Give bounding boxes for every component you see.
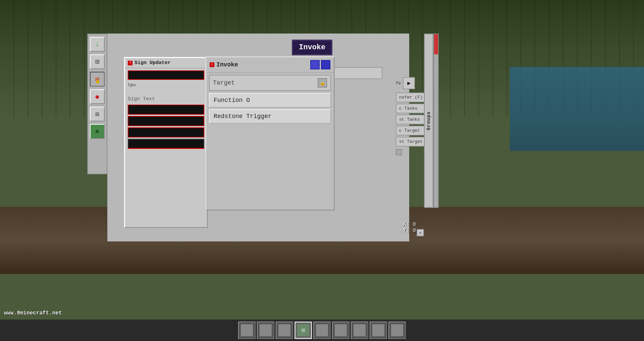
sidebar-btn-grid[interactable]: ⊞ xyxy=(90,54,105,69)
grid-icon: ⊞ xyxy=(95,57,99,66)
fe-label: fe xyxy=(396,81,401,86)
lock-symbol: 🔒 xyxy=(320,80,325,86)
sidebar-btn-block[interactable]: ■ xyxy=(90,124,105,139)
play-button-row: fe ▶ xyxy=(396,77,426,89)
invoke-header-buttons xyxy=(310,60,330,69)
sign-text-section: Sign Text xyxy=(125,95,207,149)
lock-icon[interactable]: 🔒 xyxy=(318,78,327,88)
sign-text-input-3[interactable] xyxy=(128,127,204,137)
groups-label: Groups xyxy=(426,111,431,130)
invoke-error-icon: ! xyxy=(210,62,214,67)
st-target-label: st Target xyxy=(396,137,426,147)
taskbar-slot-2[interactable] xyxy=(257,322,274,339)
coordinates: X: 0 Y: 0 xyxy=(403,222,416,234)
sidebar-btn-connect[interactable]: ⊠ xyxy=(90,107,105,121)
scrollbar-thumb xyxy=(434,34,438,54)
grid-error-icon: ⊞ xyxy=(95,75,99,83)
taskbar-item-7 xyxy=(354,324,366,336)
invoke-panel: ! Invoke Target 🔒 Function O Redstone Tr… xyxy=(205,56,335,211)
taskbar-item-3 xyxy=(278,324,290,336)
download-icon: ↓ xyxy=(95,40,99,49)
play-button[interactable]: ▶ xyxy=(403,77,415,89)
sidebar-btn-grid-error[interactable]: ⊞ xyxy=(90,72,105,87)
sidebar-btn-download[interactable]: ↓ xyxy=(90,37,105,52)
invoke-btn-1[interactable] xyxy=(310,60,320,69)
dropdown-item-function-label: Function O xyxy=(214,97,250,104)
sign-updater-header: ! Sign Updater xyxy=(125,58,207,68)
taskbar-slot-1[interactable] xyxy=(238,322,256,339)
sign-text-input-4[interactable] xyxy=(128,139,204,149)
taskbar-item-4: ⊡ xyxy=(297,324,309,336)
taskbar-item-1 xyxy=(241,324,253,336)
sign-updater-error-icon: ! xyxy=(128,61,132,65)
connect-icon: ⊠ xyxy=(95,110,99,118)
sign-text-input-1[interactable] xyxy=(128,105,204,115)
invoke-btn-2[interactable] xyxy=(321,60,330,69)
taskbar-slot-6[interactable] xyxy=(332,322,350,339)
taskbar-slot-3[interactable] xyxy=(276,322,293,339)
dropdown-item-redstone-label: Redstone Trigger xyxy=(214,113,272,120)
st-tanks-label: st Tanks xyxy=(396,115,426,124)
taskbar-slot-9[interactable] xyxy=(388,322,406,339)
taskbar-item-5 xyxy=(316,324,328,336)
left-sidebar: ↓ ⊞ ⊞ ◉ ⊠ ■ xyxy=(87,34,107,174)
sign-updater-input-1[interactable] xyxy=(128,70,204,80)
block-icon: ■ xyxy=(95,128,99,135)
x-coord: X: 0 xyxy=(403,222,416,228)
taskbar-slot-5[interactable] xyxy=(313,322,331,339)
sign-updater-panel: ! Sign Updater tpu Sign Text xyxy=(124,57,208,228)
taskbar-item-8 xyxy=(372,324,384,336)
sidebar-btn-signal[interactable]: ◉ xyxy=(90,89,105,104)
taskbar-item-9 xyxy=(391,324,403,336)
invoke-header: ! Invoke xyxy=(206,57,334,73)
sign-text-label: Sign Text xyxy=(128,95,204,103)
taskbar: ⊡ xyxy=(0,320,644,341)
sign-text-input-2[interactable] xyxy=(128,116,204,126)
nsfer-f-label: nsfer (F) xyxy=(396,93,426,102)
groups-scrollbar[interactable] xyxy=(433,34,439,208)
watermark: www.9minecraft.net xyxy=(4,310,62,316)
taskbar-slot-7[interactable] xyxy=(351,322,368,339)
taskbar-item-6 xyxy=(335,324,347,336)
taskbar-slot-8[interactable] xyxy=(370,322,387,339)
dropdown-item-redstone[interactable]: Redstone Trigger xyxy=(209,109,331,124)
bg-water xyxy=(510,67,644,151)
close-button[interactable]: ✕ xyxy=(417,229,424,236)
sign-updater-title: Sign Updater xyxy=(135,60,171,66)
taskbar-item-2 xyxy=(260,324,272,336)
target-text: Target xyxy=(213,79,235,86)
signal-icon: ◉ xyxy=(96,93,99,100)
groups-panel: Groups xyxy=(424,34,433,208)
taskbar-slot-4[interactable]: ⊡ xyxy=(294,322,312,339)
c-target-label: c Target xyxy=(396,126,426,135)
c-tanks-label: c Tanks xyxy=(396,104,426,113)
right-node[interactable] xyxy=(396,149,402,155)
invoke-title: Invoke xyxy=(216,61,238,68)
y-coord: Y: 0 xyxy=(403,228,416,234)
output-label: tpu xyxy=(125,82,207,88)
right-panel: fe ▶ nsfer (F) c Tanks st Tanks c Target… xyxy=(396,77,426,155)
dropdown-item-function[interactable]: Function O xyxy=(209,93,331,108)
target-bar: Target 🔒 xyxy=(209,75,331,91)
invoke-tooltip: Invoke xyxy=(292,40,332,55)
